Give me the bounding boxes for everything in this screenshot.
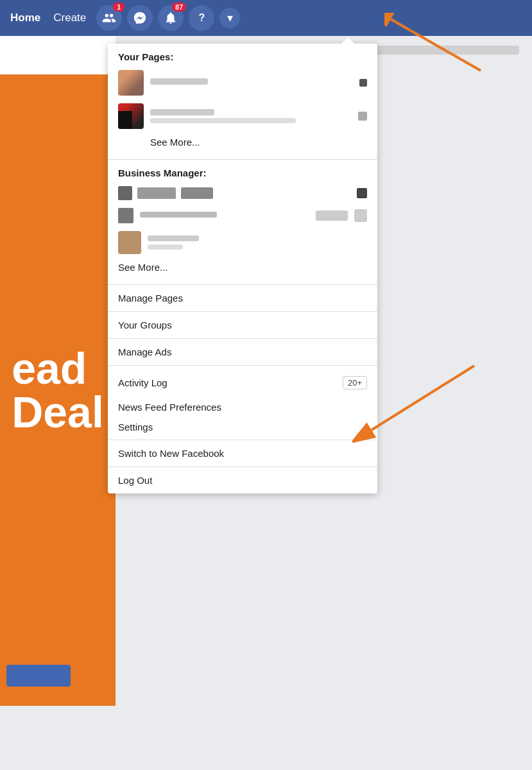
help-button[interactable]: ? [189,5,214,31]
bg-blue-button [6,665,71,687]
page-dot-1 [359,79,367,87]
see-more-pages[interactable]: See More... [108,133,377,154]
notifications-icon [164,11,178,25]
biz-avatar-3 [118,231,141,254]
page-name-blur-1 [150,78,208,85]
settings-item[interactable]: Settings [108,417,377,437]
page-dot-2 [358,112,367,121]
biz-info-3 [148,235,367,250]
help-icon: ? [198,12,205,24]
biz-row-2[interactable] [108,204,377,227]
page-info-2 [150,109,358,123]
notifications-badge: 87 [172,3,186,12]
news-feed-preferences-item[interactable]: News Feed Preferences [108,397,377,417]
biz-row-1[interactable] [108,182,377,204]
log-out-item[interactable]: Log Out [108,467,377,493]
biz-line-1 [140,212,217,218]
bg-orange-text-2: Deal [12,390,104,434]
page-item-2[interactable] [108,99,377,133]
nav-home[interactable]: Home [10,12,40,24]
messenger-button[interactable] [127,5,153,31]
manage-ads-item[interactable]: Manage Ads [108,339,377,365]
business-manager-label: Business Manager: [108,160,377,182]
activity-log-item[interactable]: Activity Log 20+ [108,368,377,397]
your-pages-label: Your Pages: [108,44,377,66]
nav-icons: 1 87 ? ▾ [96,5,240,31]
notifications-button[interactable]: 87 [158,5,184,31]
account-dropdown-button[interactable]: ▾ [219,8,240,28]
manage-pages-item[interactable]: Manage Pages [108,285,377,311]
biz-block-4 [357,188,367,198]
biz-info-2 [140,212,309,220]
switch-to-new-facebook-item[interactable]: Switch to New Facebook [108,440,377,466]
page-sub-blur-2 [150,118,296,123]
navbar: Home Create 1 87 ? ▾ [0,0,532,36]
biz-block-1 [118,186,132,200]
friend-requests-badge: 1 [113,3,124,12]
page-info-1 [150,78,359,87]
biz-dot-right [354,209,367,222]
biz-block-3 [181,187,213,199]
bg-orange-text: ead Deal [12,346,104,434]
dropdown-menu-arrow [341,37,354,44]
nav-left: Home Create [10,12,86,24]
friends-icon [102,11,116,25]
bg-white-area [0,36,116,74]
biz-name-3 [148,235,199,241]
biz-sub-3 [148,244,183,250]
activity-log-badge: 20+ [343,376,367,389]
page-name-blur-2 [150,109,214,116]
biz-row-3[interactable] [108,227,377,258]
your-groups-item[interactable]: Your Groups [108,312,377,338]
business-manager-section: Business Manager: See More... [108,160,377,284]
dropdown-chevron-icon: ▾ [227,11,233,25]
biz-line-right [316,210,348,221]
biz-block-2 [137,187,176,199]
nav-create[interactable]: Create [53,12,86,24]
page-avatar-2 [118,103,144,129]
messenger-icon [133,11,147,25]
friend-requests-button[interactable]: 1 [96,5,122,31]
your-pages-section: Your Pages: See More... [108,44,377,159]
bg-orange-text-1: ead [12,346,104,390]
page-avatar-1 [118,70,144,96]
bg-orange-block: ead Deal [0,74,116,706]
biz-icon-2 [118,208,133,223]
page-item-1[interactable] [108,66,377,99]
settings-group: Activity Log 20+ News Feed Preferences S… [108,366,377,440]
see-more-business[interactable]: See More... [108,258,377,279]
dropdown-menu: Your Pages: See More... Business Manager… [108,44,377,493]
